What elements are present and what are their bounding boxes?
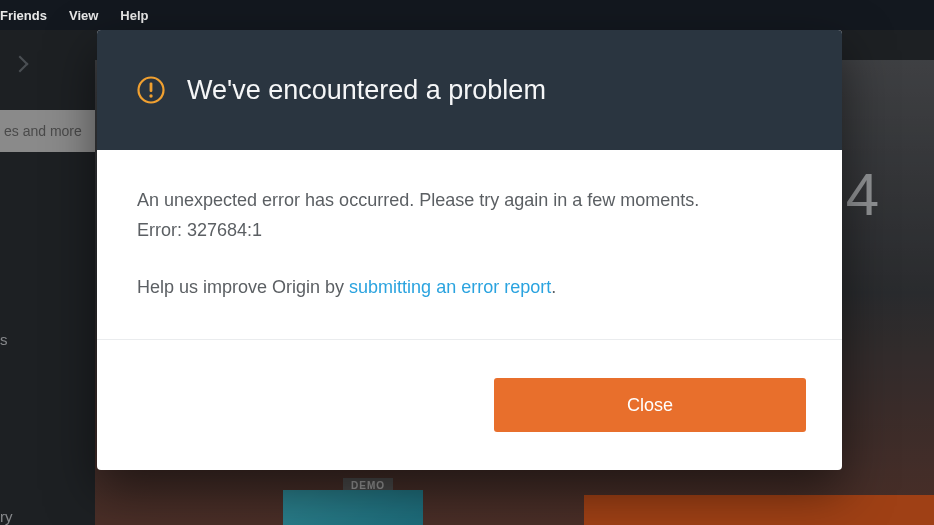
svg-point-2 xyxy=(149,94,152,97)
error-dialog: We've encountered a problem An unexpecte… xyxy=(97,30,842,470)
menu-friends[interactable]: Friends xyxy=(0,8,47,23)
help-text: Help us improve Origin by submitting an … xyxy=(137,273,802,303)
dialog-header: We've encountered a problem xyxy=(97,30,842,150)
dialog-footer: Close xyxy=(97,340,842,470)
menubar: Friends View Help xyxy=(0,0,934,30)
help-prefix: Help us improve Origin by xyxy=(137,277,349,297)
dialog-title: We've encountered a problem xyxy=(187,75,546,106)
svg-rect-1 xyxy=(150,83,153,93)
menu-help[interactable]: Help xyxy=(120,8,148,23)
help-suffix: . xyxy=(551,277,556,297)
warning-icon xyxy=(137,76,165,104)
close-button[interactable]: Close xyxy=(494,378,806,432)
error-message: An unexpected error has occurred. Please… xyxy=(137,186,802,216)
dialog-body: An unexpected error has occurred. Please… xyxy=(97,150,842,340)
menu-view[interactable]: View xyxy=(69,8,98,23)
error-code: Error: 327684:1 xyxy=(137,216,802,246)
submit-report-link[interactable]: submitting an error report xyxy=(349,277,551,297)
